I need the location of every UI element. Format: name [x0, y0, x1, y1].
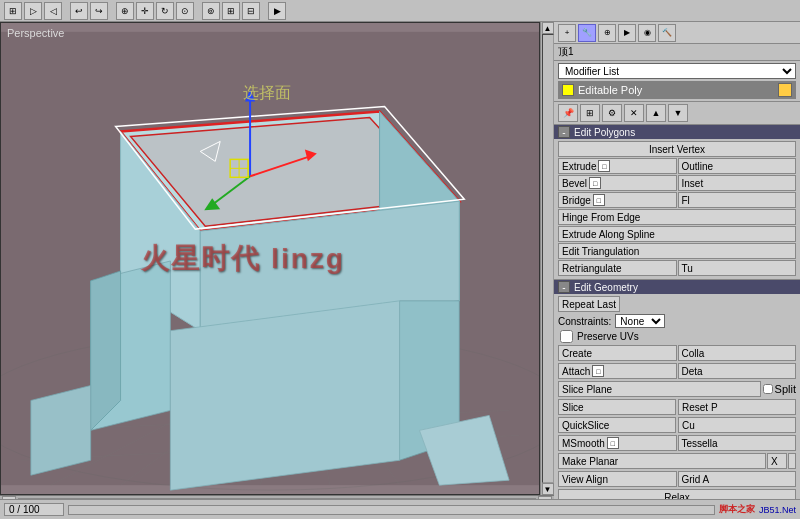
cu-btn[interactable]: Cu	[678, 417, 796, 433]
edit-polygons-header: - Edit Polygons	[554, 125, 800, 139]
cmd-icon-motion[interactable]: ▶	[618, 24, 636, 42]
make-planar-btn[interactable]: Make Planar	[558, 453, 766, 469]
viewport-wrapper: Perspective	[0, 22, 554, 499]
retriangulate-btn[interactable]: Retriangulate	[558, 260, 677, 276]
attach-settings[interactable]: □	[592, 365, 604, 377]
preserve-uvs-checkbox[interactable]	[560, 330, 573, 343]
collapse-edit-geom-btn[interactable]: -	[558, 281, 570, 293]
view-align-btn[interactable]	[788, 453, 796, 469]
scroll-up-btn[interactable]: ▲	[542, 22, 554, 34]
slider-track[interactable]	[18, 498, 536, 500]
tessella-btn[interactable]: Tessella	[678, 435, 797, 451]
toolbar-btn-rotate[interactable]: ↻	[156, 2, 174, 20]
scroll-track[interactable]	[542, 34, 554, 483]
toolbar-btn-snap[interactable]: ⊚	[202, 2, 220, 20]
insert-vertex-btn[interactable]: Insert Vertex	[558, 141, 796, 157]
x-btn[interactable]: X	[767, 453, 787, 469]
svg-marker-20	[31, 386, 91, 476]
cmd-icon-utilities[interactable]: 🔨	[658, 24, 676, 42]
extrude-settings[interactable]: □	[598, 160, 610, 172]
create-btn[interactable]: Create	[558, 345, 677, 361]
scroll-down-btn[interactable]: ▼	[542, 483, 554, 495]
quickslice-btn[interactable]: QuickSlice	[558, 417, 676, 433]
modifier-list-dropdown[interactable]: Modifier List	[558, 63, 796, 79]
toolbar-btn-scale[interactable]: ⊙	[176, 2, 194, 20]
create-colla-row: Create Colla	[554, 344, 800, 362]
constraints-dropdown[interactable]: None	[615, 314, 665, 328]
mod-pin-btn[interactable]: 📌	[558, 104, 578, 122]
edit-poly-buttons: Insert Vertex Extrude □ Outline	[554, 139, 800, 279]
cmd-icon-create[interactable]: +	[558, 24, 576, 42]
site-text: JB51.Net	[759, 505, 796, 515]
outline-btn[interactable]: Outline	[678, 158, 797, 174]
progress-display: 0 / 100	[4, 503, 64, 516]
grid-a-btn[interactable]: Grid A	[678, 471, 797, 487]
msmooth-btn[interactable]: MSmooth □	[558, 435, 677, 451]
main-area: Perspective	[0, 22, 800, 499]
viewport-3d[interactable]: Perspective	[0, 22, 540, 495]
quickslice-cu-row: QuickSlice Cu	[554, 416, 800, 434]
msmooth-settings[interactable]: □	[607, 437, 619, 449]
extrude-along-spline-btn[interactable]: Extrude Along Spline	[558, 226, 796, 242]
scene-svg	[1, 23, 539, 494]
repeat-last-btn[interactable]: Repeat Last	[558, 296, 620, 312]
toolbar-btn-mirror[interactable]: ⊞	[222, 2, 240, 20]
cmd-icon-hierarchy[interactable]: ⊕	[598, 24, 616, 42]
cmd-icon-modify[interactable]: 🔧	[578, 24, 596, 42]
toolbar-btn-select[interactable]: ⊕	[116, 2, 134, 20]
tu-btn[interactable]: Tu	[678, 260, 797, 276]
modifier-settings-btn[interactable]	[778, 83, 792, 97]
preserve-uvs-label: Preserve UVs	[577, 331, 639, 342]
relax-btn[interactable]: Relax	[558, 489, 796, 499]
toolbar-btn-move[interactable]: ✛	[136, 2, 154, 20]
deta-btn[interactable]: Deta	[678, 363, 797, 379]
bridge-settings[interactable]: □	[593, 194, 605, 206]
bridge-btn[interactable]: Bridge □	[558, 192, 677, 208]
slice-btn[interactable]: Slice	[558, 399, 676, 415]
editable-poly-item[interactable]: Editable Poly	[558, 81, 796, 99]
app-window: ⊞ ▷ ◁ ↩ ↪ ⊕ ✛ ↻ ⊙ ⊚ ⊞ ⊟ ▶ Perspective	[0, 0, 800, 519]
bottom-slider: ◀ -100102030405060708090100 ▶	[0, 495, 554, 499]
mod-funnel-btn[interactable]: ⊞	[580, 104, 600, 122]
modifier-visibility-btn[interactable]	[562, 84, 574, 96]
mod-settings-btn[interactable]: ⚙	[602, 104, 622, 122]
viewport-scrollbar[interactable]: ▲ ▼	[540, 22, 554, 495]
right-panel-inner: 顶1 Modifier List Editable Poly	[554, 44, 800, 499]
edit-geometry-section: - Edit Geometry Repeat Last Constraints:…	[554, 280, 800, 499]
watermark-text: 脚本之家	[719, 503, 755, 516]
hinge-from-edge-btn[interactable]: Hinge From Edge	[558, 209, 796, 225]
edit-polygons-title: Edit Polygons	[574, 127, 635, 138]
split-checkbox[interactable]	[763, 384, 773, 394]
cmd-icon-display[interactable]: ◉	[638, 24, 656, 42]
colla-btn[interactable]: Colla	[678, 345, 797, 361]
toolbar-btn-1[interactable]: ⊞	[4, 2, 22, 20]
slice-plane-btn[interactable]: Slice Plane	[558, 381, 761, 397]
collapse-edit-poly-btn[interactable]: -	[558, 126, 570, 138]
top-toolbar: ⊞ ▷ ◁ ↩ ↪ ⊕ ✛ ↻ ⊙ ⊚ ⊞ ⊟ ▶	[0, 0, 800, 22]
status-bar: 0 / 100 脚本之家 JB51.Net	[0, 499, 800, 519]
mod-down-btn[interactable]: ▼	[668, 104, 688, 122]
top-label-text: 顶1	[558, 45, 574, 59]
reset-p-btn[interactable]: Reset P	[678, 399, 796, 415]
mod-delete-btn[interactable]: ✕	[624, 104, 644, 122]
bevel-btn[interactable]: Bevel □	[558, 175, 677, 191]
flip-btn[interactable]: Fl	[678, 192, 797, 208]
view-align-btn2[interactable]: View Align	[558, 471, 677, 487]
bevel-settings[interactable]: □	[589, 177, 601, 189]
toolbar-btn-align[interactable]: ⊟	[242, 2, 260, 20]
make-planar-row: Make Planar X	[554, 452, 800, 470]
toolbar-btn-3[interactable]: ◁	[44, 2, 62, 20]
toolbar-btn-render[interactable]: ▶	[268, 2, 286, 20]
edit-triangulation-btn[interactable]: Edit Triangulation	[558, 243, 796, 259]
attach-btn[interactable]: Attach □	[558, 363, 677, 379]
toolbar-btn-2[interactable]: ▷	[24, 2, 42, 20]
extrude-btn[interactable]: Extrude □	[558, 158, 677, 174]
slice-plane-row: Slice Plane Split	[554, 380, 800, 398]
mod-up-btn[interactable]: ▲	[646, 104, 666, 122]
edit-geom-header: - Edit Geometry	[554, 280, 800, 294]
edit-polygons-section: - Edit Polygons Insert Vertex Extrude □	[554, 125, 800, 280]
toolbar-btn-redo[interactable]: ↪	[90, 2, 108, 20]
inset-btn[interactable]: Inset	[678, 175, 797, 191]
msmooth-tessella-row: MSmooth □ Tessella	[554, 434, 800, 452]
toolbar-btn-undo[interactable]: ↩	[70, 2, 88, 20]
